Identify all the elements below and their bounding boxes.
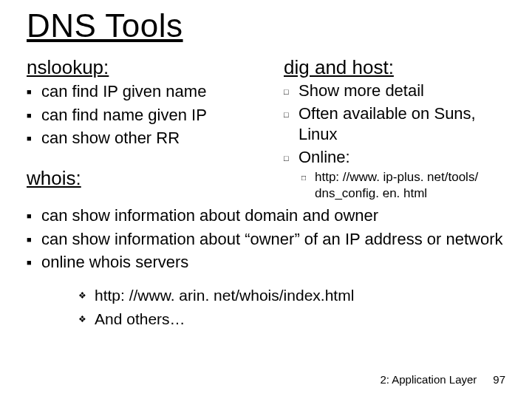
- list-item-text: can show information about “owner” of an…: [41, 228, 502, 250]
- list-item: □ Often available on Suns, Linux: [284, 103, 505, 146]
- list-item: ■ can find name given IP: [27, 104, 270, 126]
- whois-heading: whois:: [27, 167, 270, 190]
- filled-square-icon: ■: [27, 251, 41, 268]
- filled-square-icon: ■: [27, 127, 41, 144]
- slide: DNS Tools nslookup: ■ can find IP given …: [0, 0, 532, 399]
- dighost-list: □ Show more detail □ Often available on …: [284, 81, 505, 168]
- list-item-text: http: //www. arin. net/whois/index.html: [95, 285, 354, 306]
- list-item: ■ can find IP given name: [27, 81, 270, 103]
- list-item: ■ can show other RR: [27, 127, 270, 149]
- list-item: ■ can show information about “owner” of …: [27, 228, 505, 250]
- list-item: ❖ And others…: [78, 309, 505, 330]
- footer-section: 2: Application Layer: [380, 373, 477, 386]
- page-number: 97: [493, 373, 505, 386]
- list-item-text: can show other RR: [41, 127, 180, 149]
- list-item: □ Show more detail: [284, 81, 505, 102]
- list-item: ■ can show information about domain and …: [27, 205, 505, 227]
- page-title: DNS Tools: [27, 7, 505, 44]
- filled-square-icon: ■: [27, 81, 41, 98]
- list-item: □ http: //www. ip-plus. net/tools/ dns_c…: [301, 169, 505, 201]
- list-item-text: can find name given IP: [41, 104, 207, 126]
- two-column-area: nslookup: ■ can find IP given name ■ can…: [27, 55, 505, 202]
- list-item-text: Online:: [299, 147, 350, 168]
- right-column: dig and host: □ Show more detail □ Often…: [284, 55, 505, 202]
- whois-sub-list: ❖ http: //www. arin. net/whois/index.htm…: [27, 285, 505, 330]
- filled-square-icon: ■: [27, 104, 41, 121]
- list-item-text: can show information about domain and ow…: [41, 205, 378, 227]
- filled-square-icon: ■: [27, 228, 41, 245]
- whois-list: ■ can show information about domain and …: [27, 205, 505, 273]
- hollow-square-icon: □: [284, 81, 299, 97]
- list-item-text: And others…: [95, 309, 185, 330]
- list-item-text: can find IP given name: [41, 81, 206, 103]
- diamond-icon: ❖: [78, 309, 95, 325]
- hollow-square-icon: □: [284, 147, 299, 163]
- filled-square-icon: ■: [27, 205, 41, 222]
- hollow-square-icon: □: [301, 169, 315, 183]
- diamond-icon: ❖: [78, 285, 95, 301]
- dighost-heading: dig and host:: [284, 56, 505, 79]
- list-item-text: Often available on Suns, Linux: [299, 103, 505, 146]
- list-item-text: http: //www. ip-plus. net/tools/ dns_con…: [315, 169, 505, 201]
- list-item: ■ online whois servers: [27, 251, 505, 273]
- dighost-sub-list: □ http: //www. ip-plus. net/tools/ dns_c…: [284, 169, 505, 201]
- footer: 2: Application Layer 97: [380, 373, 505, 386]
- hollow-square-icon: □: [284, 103, 299, 120]
- left-column: nslookup: ■ can find IP given name ■ can…: [27, 55, 270, 202]
- list-item: □ Online:: [284, 147, 505, 168]
- list-item: ❖ http: //www. arin. net/whois/index.htm…: [78, 285, 505, 306]
- list-item-text: Show more detail: [299, 81, 424, 102]
- nslookup-heading: nslookup:: [27, 56, 270, 79]
- nslookup-list: ■ can find IP given name ■ can find name…: [27, 81, 270, 149]
- list-item-text: online whois servers: [41, 251, 188, 273]
